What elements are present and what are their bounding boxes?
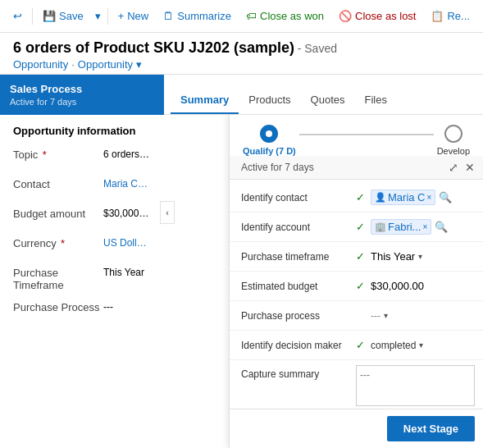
field-label-currency: Currency * bbox=[13, 234, 103, 249]
flyout-row-identify-contact: Identify contact ✓ 👤 Maria C × 🔍 bbox=[230, 183, 483, 213]
stage-progress: Qualify (7 D) Develop bbox=[230, 115, 483, 156]
field-label-contact: Contact bbox=[13, 175, 103, 190]
flyout-value-decision-maker: completed ▾ bbox=[371, 340, 475, 351]
capture-summary-input[interactable] bbox=[356, 365, 475, 406]
flyout-active-text: Active for 7 days bbox=[241, 162, 314, 173]
process-dropdown-arrow: ▾ bbox=[384, 311, 388, 320]
breadcrumb: Opportunity · Opportunity ▾ bbox=[13, 58, 470, 71]
sidebar-title: Sales Process bbox=[10, 83, 154, 95]
tab-products[interactable]: Products bbox=[239, 87, 300, 114]
back-button[interactable]: ↩ bbox=[7, 7, 29, 25]
close-flyout-button[interactable]: ✕ bbox=[465, 161, 475, 174]
field-value-topic: 6 orders of Pro bbox=[103, 145, 151, 160]
rec-button[interactable]: 📋 Re... bbox=[424, 7, 476, 25]
toolbar: ↩ 💾 Save ▾ + New 🗒 Summarize 🏷 Close as … bbox=[0, 0, 483, 33]
process-dropdown[interactable]: --- ▾ bbox=[371, 310, 388, 322]
search-contact-button[interactable]: 🔍 bbox=[439, 191, 452, 203]
tabs-and-main: Sales Process Active for 7 days Summary … bbox=[0, 75, 483, 448]
stage-connector bbox=[299, 134, 434, 135]
separator bbox=[32, 8, 33, 25]
field-row-timeframe: Purchase Timeframe This Year bbox=[13, 263, 151, 291]
flyout-label-estimated-budget: Estimated budget bbox=[241, 281, 356, 292]
required-indicator-2: * bbox=[61, 237, 65, 249]
rec-icon: 📋 bbox=[431, 10, 444, 22]
check-purchase-process: ✓ bbox=[356, 309, 371, 322]
field-value-process: --- bbox=[103, 298, 113, 313]
tab-files[interactable]: Files bbox=[354, 87, 396, 114]
field-label-budget: Budget amount bbox=[13, 204, 103, 220]
flyout-label-purchase-timeframe: Purchase timeframe bbox=[241, 251, 356, 263]
tabs: Summary Products Quotes Files bbox=[164, 75, 483, 115]
field-value-budget: $30,000.00 bbox=[103, 204, 151, 219]
section-title: Opportunity information bbox=[13, 125, 151, 137]
tab-quotes[interactable]: Quotes bbox=[301, 87, 355, 114]
remove-account-button[interactable]: × bbox=[422, 222, 427, 231]
summarize-icon: 🗒 bbox=[163, 10, 174, 22]
stage-label-develop: Develop bbox=[437, 146, 470, 156]
page-title: 6 orders of Product SKU JJ202 (sample) -… bbox=[13, 39, 470, 57]
field-row-contact: Contact Maria Cam... bbox=[13, 175, 151, 198]
flyout-body: Identify contact ✓ 👤 Maria C × 🔍 bbox=[230, 180, 483, 409]
required-indicator: * bbox=[43, 149, 47, 161]
plus-icon: + bbox=[118, 10, 125, 22]
flyout-value-identify-account: 🏢 Fabri... × 🔍 bbox=[371, 219, 475, 235]
check-estimated-budget: ✓ bbox=[356, 280, 371, 292]
flyout-label-identify-account: Identify account bbox=[241, 222, 356, 233]
summarize-button[interactable]: 🗒 Summarize bbox=[157, 7, 238, 25]
timeframe-dropdown[interactable]: This Year ▾ bbox=[371, 250, 422, 263]
flyout-row-purchase-process: Purchase process ✓ --- ▾ bbox=[230, 301, 483, 331]
contact-chip[interactable]: 👤 Maria C × bbox=[371, 190, 435, 205]
close-lost-button[interactable]: 🚫 Close as lost bbox=[332, 7, 422, 25]
flyout-row-identify-account: Identify account ✓ 🏢 Fabri... × 🔍 bbox=[230, 213, 483, 242]
capture-summary-label: Capture summary bbox=[241, 365, 356, 380]
stage-label-qualify: Qualify (7 D) bbox=[243, 146, 296, 156]
left-panel: Opportunity information Topic * 6 orders… bbox=[0, 115, 164, 448]
field-row-process: Purchase Process --- bbox=[13, 298, 151, 321]
tab-content: ‹ Opportunity information Topic * 6 orde… bbox=[0, 115, 483, 448]
save-dropdown-button[interactable]: ▾ bbox=[92, 7, 104, 25]
expand-icon-button[interactable]: ⤢ bbox=[449, 161, 458, 174]
capture-summary-row: Capture summary bbox=[230, 360, 483, 409]
new-button[interactable]: + New bbox=[112, 7, 156, 25]
field-row-currency: Currency * US Dollar ... bbox=[13, 234, 151, 257]
timeframe-dropdown-arrow: ▾ bbox=[418, 252, 422, 261]
field-row-budget: Budget amount $30,000.00 bbox=[13, 204, 151, 227]
flyout-footer: Next Stage bbox=[230, 409, 483, 448]
back-icon: ↩ bbox=[13, 10, 22, 22]
flyout-label-decision-maker: Identify decision maker bbox=[241, 340, 356, 351]
flyout-row-decision-maker: Identify decision maker ✓ completed ▾ bbox=[230, 331, 483, 360]
sidebar: Sales Process Active for 7 days bbox=[0, 75, 164, 115]
check-decision-maker: ✓ bbox=[356, 339, 371, 351]
breadcrumb-dropdown-icon[interactable]: ▾ bbox=[136, 58, 142, 71]
close-won-button[interactable]: 🏷 Close as won bbox=[239, 7, 330, 25]
sidebar-collapse-button[interactable]: ‹ bbox=[160, 201, 175, 224]
page-body: 6 orders of Product SKU JJ202 (sample) -… bbox=[0, 33, 483, 448]
search-account-button[interactable]: 🔍 bbox=[435, 221, 448, 233]
flyout-header-icons: ⤢ ✕ bbox=[449, 161, 475, 174]
field-label-topic: Topic * bbox=[13, 145, 103, 161]
field-value-timeframe: This Year bbox=[103, 263, 144, 278]
close-won-icon: 🏷 bbox=[246, 10, 257, 22]
field-value-contact[interactable]: Maria Cam... bbox=[103, 175, 151, 190]
remove-contact-button[interactable]: × bbox=[427, 193, 432, 202]
decision-maker-dropdown[interactable]: completed ▾ bbox=[371, 340, 423, 351]
flyout-panel: Qualify (7 D) Develop Active for 7 days … bbox=[229, 115, 483, 448]
save-button[interactable]: 💾 Save bbox=[36, 7, 90, 25]
account-icon: 🏢 bbox=[375, 222, 386, 232]
page-header: 6 orders of Product SKU JJ202 (sample) -… bbox=[0, 33, 483, 75]
flyout-row-purchase-timeframe: Purchase timeframe ✓ This Year ▾ bbox=[230, 242, 483, 272]
check-purchase-timeframe: ✓ bbox=[356, 250, 371, 263]
stage-circle-qualify bbox=[260, 125, 278, 143]
check-identify-contact: ✓ bbox=[356, 191, 371, 203]
flyout-header: Active for 7 days ⤢ ✕ bbox=[230, 156, 483, 180]
tab-summary[interactable]: Summary bbox=[171, 87, 239, 114]
next-stage-button[interactable]: Next Stage bbox=[387, 416, 475, 441]
close-lost-icon: 🚫 bbox=[339, 10, 352, 22]
stage-qualify: Qualify (7 D) bbox=[243, 125, 296, 156]
field-row-topic: Topic * 6 orders of Pro bbox=[13, 145, 151, 168]
field-label-timeframe: Purchase Timeframe bbox=[13, 263, 103, 291]
account-chip[interactable]: 🏢 Fabri... × bbox=[371, 219, 431, 235]
field-value-currency[interactable]: US Dollar ... bbox=[103, 234, 151, 249]
flyout-value-purchase-timeframe: This Year ▾ bbox=[371, 250, 475, 263]
stage-circle-develop bbox=[444, 125, 462, 143]
